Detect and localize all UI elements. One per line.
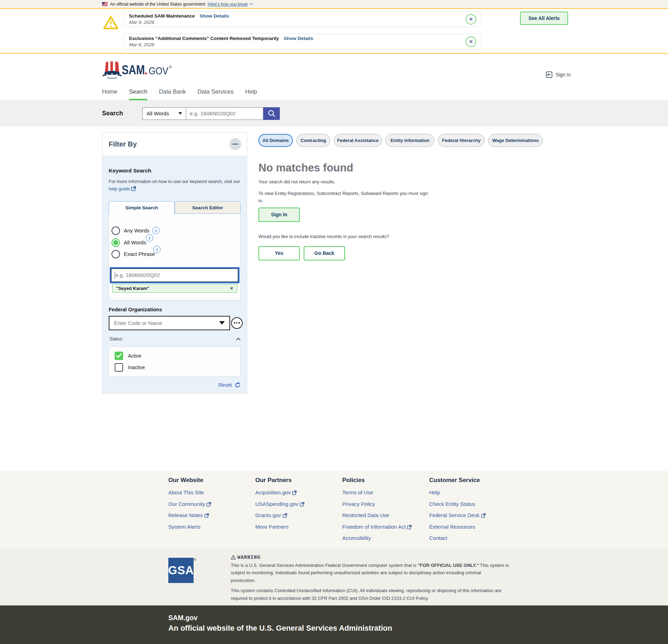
svg-text:SAM: SAM	[122, 63, 145, 77]
svg-text:GOV: GOV	[149, 65, 168, 76]
svg-text:®: ®	[169, 65, 172, 69]
